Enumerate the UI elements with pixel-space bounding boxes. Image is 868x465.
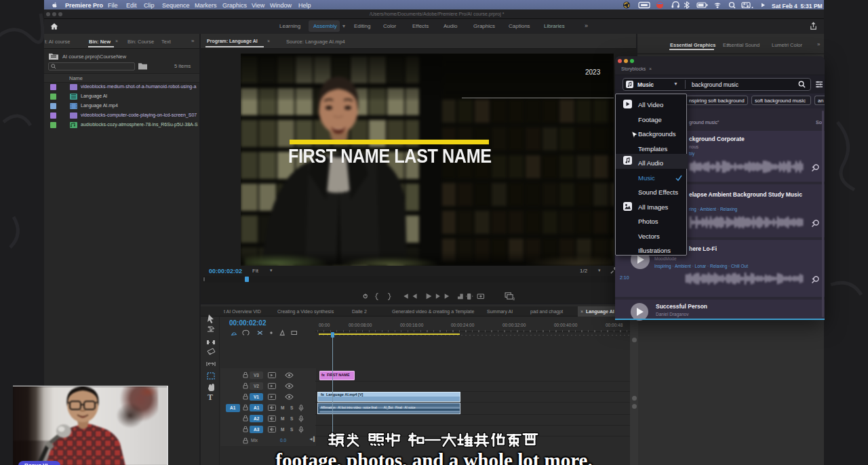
- svg-text:3: 3: [513, 297, 515, 300]
- svg-text:T: T: [208, 392, 213, 401]
